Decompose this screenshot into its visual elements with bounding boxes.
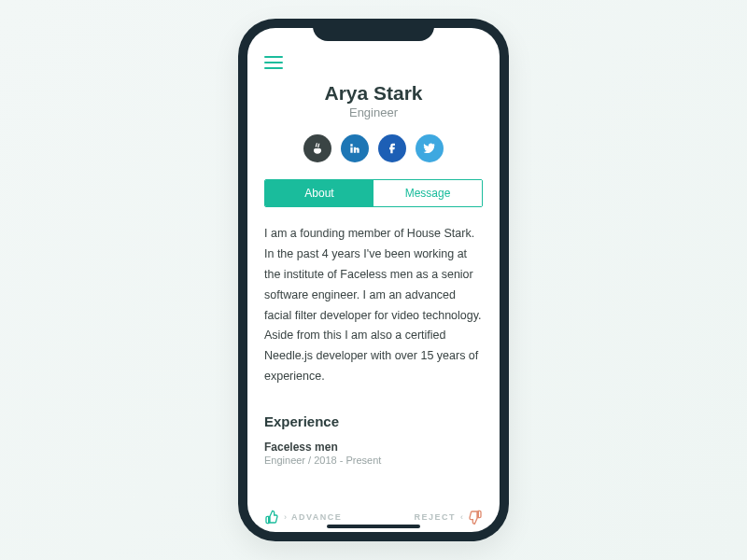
tab-message[interactable]: Message [374, 180, 482, 206]
twitter-icon[interactable] [416, 134, 444, 162]
experience-heading: Experience [264, 413, 483, 429]
bio-text: I am a founding member of House Stark. I… [264, 224, 483, 387]
facebook-icon[interactable] [378, 134, 406, 162]
menu-button[interactable] [264, 56, 283, 69]
thumbs-up-icon [264, 510, 279, 525]
chevron-left-icon: ‹ [460, 512, 463, 522]
tab-about[interactable]: About [265, 180, 374, 206]
angellist-icon[interactable] [303, 134, 331, 162]
reject-label: REJECT [414, 512, 456, 522]
advance-button[interactable]: › ADVANCE [264, 510, 342, 525]
footer-actions: › ADVANCE REJECT ‹ [247, 510, 500, 525]
social-row [264, 134, 483, 162]
content: Arya Stark Engineer About Message [247, 28, 500, 532]
chevron-right-icon: › [284, 512, 287, 522]
advance-label: ADVANCE [291, 512, 342, 522]
home-indicator [327, 525, 420, 528]
notch [313, 19, 434, 41]
phone-frame: Arya Stark Engineer About Message [238, 19, 509, 541]
tab-bar: About Message [264, 179, 483, 207]
experience-item: Faceless men Engineer / 2018 - Present [264, 441, 483, 466]
thumbs-down-icon [468, 510, 483, 525]
screen: Arya Stark Engineer About Message [247, 28, 500, 532]
experience-meta: Engineer / 2018 - Present [264, 455, 483, 466]
linkedin-icon[interactable] [341, 134, 369, 162]
profile-role: Engineer [264, 105, 483, 119]
reject-button[interactable]: REJECT ‹ [414, 510, 483, 525]
experience-company: Faceless men [264, 441, 483, 454]
profile-name: Arya Stark [264, 82, 483, 105]
